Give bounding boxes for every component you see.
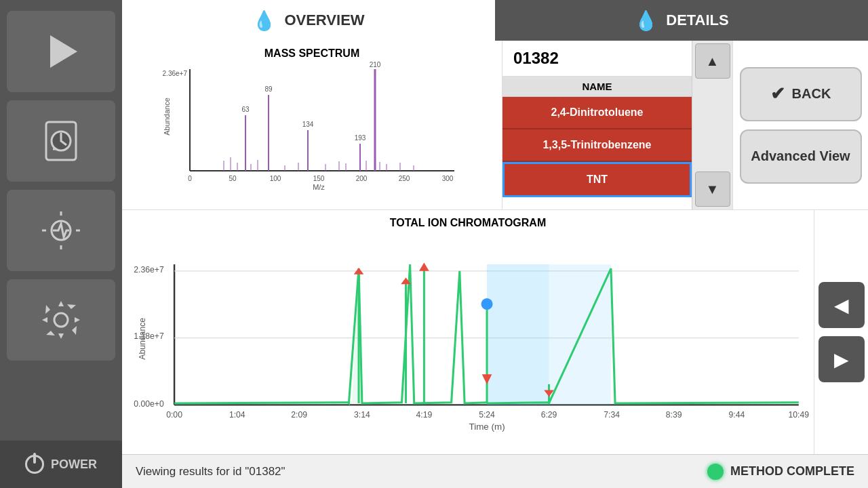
tab-overview-label: OVERVIEW bbox=[284, 12, 364, 29]
svg-text:1:04: 1:04 bbox=[229, 410, 245, 420]
tic-title: TOTAL ION CHROMATOGRAM bbox=[129, 217, 807, 229]
svg-text:150: 150 bbox=[313, 175, 325, 182]
svg-text:4:19: 4:19 bbox=[416, 410, 432, 420]
result-id: 01382 bbox=[502, 41, 692, 77]
svg-text:5:24: 5:24 bbox=[479, 410, 495, 420]
svg-text:2:09: 2:09 bbox=[291, 410, 307, 420]
svg-text:0:00: 0:00 bbox=[166, 410, 182, 420]
results-panel: 01382 NAME 2,4-Dinitrotoluene 1,3,5-Trin… bbox=[502, 41, 692, 209]
svg-rect-65 bbox=[487, 264, 549, 405]
svg-text:134: 134 bbox=[302, 121, 314, 128]
overview-icon: 💧 bbox=[252, 9, 276, 32]
arrow-up-button[interactable]: ▲ bbox=[695, 43, 730, 79]
svg-text:2.36e+7: 2.36e+7 bbox=[163, 70, 188, 77]
svg-point-74 bbox=[481, 298, 493, 310]
svg-text:3:14: 3:14 bbox=[354, 410, 370, 420]
svg-text:300: 300 bbox=[442, 175, 454, 182]
play-button[interactable] bbox=[7, 11, 115, 92]
svg-marker-72 bbox=[419, 263, 429, 271]
check-icon: ✔ bbox=[770, 83, 785, 104]
svg-text:200: 200 bbox=[356, 175, 368, 182]
result-item-1[interactable]: 1,3,5-Trinitrobenzene bbox=[502, 129, 692, 162]
svg-text:63: 63 bbox=[241, 106, 250, 113]
svg-text:0: 0 bbox=[188, 175, 192, 182]
back-button[interactable]: ✔ BACK bbox=[740, 67, 862, 121]
result-name-header: NAME bbox=[502, 77, 692, 97]
arrow-buttons: ▲ ▼ bbox=[692, 41, 732, 209]
top-section: MASS SPECTRUM Abundance 2.36e+7 0 50 100… bbox=[122, 41, 868, 210]
status-text: Viewing results for id "01382" bbox=[136, 465, 285, 479]
svg-text:M/z: M/z bbox=[313, 183, 325, 191]
svg-text:193: 193 bbox=[355, 134, 366, 142]
back-label: BACK bbox=[792, 86, 831, 102]
content-area: MASS SPECTRUM Abundance 2.36e+7 0 50 100… bbox=[122, 41, 868, 454]
tab-details-label: DETAILS bbox=[666, 12, 728, 29]
svg-text:Time (m): Time (m) bbox=[469, 422, 505, 432]
sidebar: POWER bbox=[0, 0, 122, 488]
svg-text:0.00e+0: 0.00e+0 bbox=[134, 399, 164, 409]
result-item-2[interactable]: TNT bbox=[502, 162, 692, 197]
tic-chart: 2.36e+7 1.18e+7 0.00e+0 0:00 1:04 2:09 3… bbox=[129, 232, 807, 454]
reports-button[interactable] bbox=[7, 100, 115, 182]
advanced-view-label: Advanced View bbox=[751, 148, 850, 164]
svg-marker-0 bbox=[50, 35, 77, 68]
settings-button[interactable] bbox=[7, 279, 115, 361]
svg-text:50: 50 bbox=[229, 175, 237, 182]
svg-text:2.36e+7: 2.36e+7 bbox=[134, 265, 164, 274]
svg-text:250: 250 bbox=[399, 175, 410, 182]
tic-panel: TOTAL ION CHROMATOGRAM 2.36e+7 1.18e+7 0… bbox=[122, 210, 814, 454]
action-buttons: ✔ BACK Advanced View bbox=[732, 41, 868, 209]
mass-spectrum-panel: MASS SPECTRUM Abundance 2.36e+7 0 50 100… bbox=[122, 41, 502, 209]
result-item-0[interactable]: 2,4-Dinitrotoluene bbox=[502, 97, 692, 129]
main-content: 💧 OVERVIEW 💧 DETAILS MASS SPECTRUM Abund… bbox=[122, 0, 868, 488]
svg-text:8:39: 8:39 bbox=[666, 410, 682, 420]
svg-text:9:44: 9:44 bbox=[728, 410, 745, 420]
diagnostics-button[interactable] bbox=[7, 190, 115, 271]
svg-text:Abundance: Abundance bbox=[138, 318, 147, 360]
tab-details[interactable]: 💧 DETAILS bbox=[495, 0, 868, 41]
details-icon: 💧 bbox=[634, 9, 658, 32]
method-complete-label: METHOD COMPLETE bbox=[730, 464, 854, 479]
svg-point-8 bbox=[54, 313, 68, 327]
power-label: POWER bbox=[51, 458, 97, 472]
nav-left-button[interactable]: ◀ bbox=[818, 282, 865, 328]
method-complete: METHOD COMPLETE bbox=[707, 464, 854, 480]
arrow-down-button[interactable]: ▼ bbox=[695, 171, 730, 207]
svg-text:210: 210 bbox=[370, 61, 381, 68]
svg-text:Abundance: Abundance bbox=[163, 98, 171, 136]
tab-overview[interactable]: 💧 OVERVIEW bbox=[122, 0, 495, 41]
bottom-bar: Viewing results for id "01382" METHOD CO… bbox=[122, 454, 868, 488]
advanced-view-button[interactable]: Advanced View bbox=[740, 129, 862, 184]
mass-spectrum-title: MASS SPECTRUM bbox=[129, 47, 495, 60]
power-button[interactable]: POWER bbox=[0, 441, 122, 488]
svg-text:10:49: 10:49 bbox=[789, 410, 810, 420]
power-icon bbox=[25, 455, 44, 474]
method-complete-indicator bbox=[707, 464, 724, 480]
svg-text:6:29: 6:29 bbox=[541, 410, 557, 420]
nav-buttons: ◀ ▶ bbox=[814, 210, 868, 454]
svg-text:100: 100 bbox=[270, 175, 281, 182]
mass-spectrum-chart: Abundance 2.36e+7 0 50 100 150 200 250 3… bbox=[129, 62, 495, 191]
bottom-section: TOTAL ION CHROMATOGRAM 2.36e+7 1.18e+7 0… bbox=[122, 210, 868, 454]
nav-right-button[interactable]: ▶ bbox=[818, 336, 865, 382]
svg-text:7:34: 7:34 bbox=[604, 410, 620, 420]
tabs: 💧 OVERVIEW 💧 DETAILS bbox=[122, 0, 868, 41]
svg-text:89: 89 bbox=[264, 85, 273, 93]
